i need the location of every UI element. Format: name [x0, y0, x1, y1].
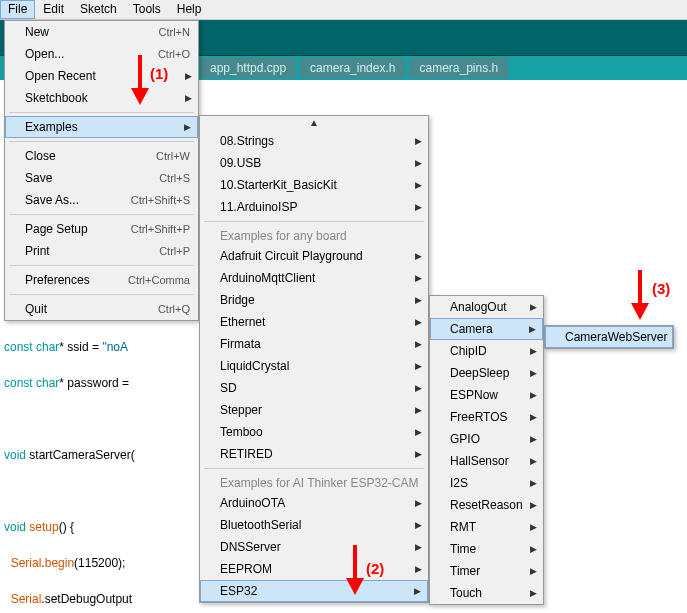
submenu-arrow-icon: ▶ [415, 295, 422, 305]
esp32-item-0[interactable]: AnalogOut▶ [430, 296, 543, 318]
esp32-item-13[interactable]: Touch▶ [430, 582, 543, 604]
file-item-9[interactable]: Save As...Ctrl+Shift+S [5, 189, 198, 211]
examples-g1-item-9[interactable]: RETIRED▶ [200, 443, 428, 465]
examples-top-item-2[interactable]: 10.StarterKit_BasicKit▶ [200, 174, 428, 196]
esp32-item-11[interactable]: Time▶ [430, 538, 543, 560]
menu-separator [204, 221, 424, 222]
menu-shortcut: Ctrl+Shift+S [131, 194, 190, 206]
esp32-item-4[interactable]: ESPNow▶ [430, 384, 543, 406]
examples-header-any: Examples for any board [200, 225, 428, 245]
submenu-arrow-icon: ▶ [415, 339, 422, 349]
menu-help[interactable]: Help [169, 0, 210, 19]
menu-item-label: Save As... [25, 193, 131, 207]
submenu-arrow-icon: ▶ [415, 273, 422, 283]
menu-item-label: Ethernet [220, 315, 420, 329]
menu-shortcut: Ctrl+S [159, 172, 190, 184]
submenu-arrow-icon: ▶ [530, 544, 537, 554]
menu-item-label: Page Setup [25, 222, 131, 236]
menu-item-label: New [25, 25, 159, 39]
submenu-arrow-icon: ▶ [415, 383, 422, 393]
menu-shortcut: Ctrl+W [156, 150, 190, 162]
examples-g1-item-5[interactable]: LiquidCrystal▶ [200, 355, 428, 377]
submenu-arrow-icon: ▶ [415, 498, 422, 508]
esp32-item-9[interactable]: ResetReason▶ [430, 494, 543, 516]
file-item-0[interactable]: NewCtrl+N [5, 21, 198, 43]
file-item-11[interactable]: Page SetupCtrl+Shift+P [5, 218, 198, 240]
examples-g1-item-2[interactable]: Bridge▶ [200, 289, 428, 311]
menu-item-label: RETIRED [220, 447, 420, 461]
examples-g1-item-0[interactable]: Adafruit Circuit Playground▶ [200, 245, 428, 267]
scroll-up-icon[interactable]: ▲ [200, 116, 428, 130]
tab-app-httpd[interactable]: app_httpd.cpp [200, 58, 296, 78]
menu-shortcut: Ctrl+N [159, 26, 190, 38]
tab-camera-index[interactable]: camera_index.h [300, 58, 405, 78]
menu-shortcut: Ctrl+Comma [128, 274, 190, 286]
submenu-arrow-icon: ▶ [415, 405, 422, 415]
examples-g1-item-1[interactable]: ArduinoMqttClient▶ [200, 267, 428, 289]
submenu-arrow-icon: ▶ [530, 500, 537, 510]
submenu-arrow-icon: ▶ [415, 427, 422, 437]
esp32-item-1[interactable]: Camera▶ [430, 318, 543, 340]
file-item-1[interactable]: Open...Ctrl+O [5, 43, 198, 65]
menu-item-label: ArduinoMqttClient [220, 271, 420, 285]
file-item-12[interactable]: PrintCtrl+P [5, 240, 198, 262]
examples-top-item-0[interactable]: 08.Strings▶ [200, 130, 428, 152]
file-item-16[interactable]: QuitCtrl+Q [5, 298, 198, 320]
menu-item-label: 11.ArduinoISP [220, 200, 420, 214]
esp32-item-2[interactable]: ChipID▶ [430, 340, 543, 362]
menu-item-label: Firmata [220, 337, 420, 351]
examples-g1-item-6[interactable]: SD▶ [200, 377, 428, 399]
menu-item-label: GPIO [450, 432, 535, 446]
submenu-arrow-icon: ▶ [415, 202, 422, 212]
menu-item-label: DeepSleep [450, 366, 535, 380]
menu-item-label: EEPROM [220, 562, 420, 576]
examples-g2-item-4[interactable]: ESP32▶ [200, 580, 428, 602]
menu-shortcut: Ctrl+O [158, 48, 190, 60]
examples-g1-item-4[interactable]: Firmata▶ [200, 333, 428, 355]
esp32-item-5[interactable]: FreeRTOS▶ [430, 406, 543, 428]
esp32-item-8[interactable]: I2S▶ [430, 472, 543, 494]
examples-g1-item-7[interactable]: Stepper▶ [200, 399, 428, 421]
menu-item-label: SD [220, 381, 420, 395]
menu-item-label: Open... [25, 47, 158, 61]
menu-separator [204, 468, 424, 469]
file-item-2[interactable]: Open Recent▶ [5, 65, 198, 87]
menu-sketch[interactable]: Sketch [72, 0, 125, 19]
submenu-arrow-icon: ▶ [415, 361, 422, 371]
examples-g1-item-3[interactable]: Ethernet▶ [200, 311, 428, 333]
submenu-arrow-icon: ▶ [415, 158, 422, 168]
esp32-item-7[interactable]: HallSensor▶ [430, 450, 543, 472]
file-item-7[interactable]: CloseCtrl+W [5, 145, 198, 167]
examples-top-item-1[interactable]: 09.USB▶ [200, 152, 428, 174]
menu-item-label: LiquidCrystal [220, 359, 420, 373]
menu-item-label: ESP32 [220, 584, 420, 598]
menu-item-label: Examples [25, 120, 190, 134]
examples-g2-item-1[interactable]: BluetoothSerial▶ [200, 514, 428, 536]
file-item-14[interactable]: PreferencesCtrl+Comma [5, 269, 198, 291]
file-item-8[interactable]: SaveCtrl+S [5, 167, 198, 189]
examples-g2-item-3[interactable]: EEPROM▶ [200, 558, 428, 580]
menu-edit[interactable]: Edit [35, 0, 72, 19]
annotation-label-3: (3) [652, 280, 670, 297]
menu-item-label: ESPNow [450, 388, 535, 402]
examples-g2-item-0[interactable]: ArduinoOTA▶ [200, 492, 428, 514]
examples-g1-item-8[interactable]: Temboo▶ [200, 421, 428, 443]
submenu-arrow-icon: ▶ [415, 542, 422, 552]
file-item-5[interactable]: Examples▶ [5, 116, 198, 138]
esp32-item-3[interactable]: DeepSleep▶ [430, 362, 543, 384]
esp32-item-6[interactable]: GPIO▶ [430, 428, 543, 450]
menu-tools[interactable]: Tools [125, 0, 169, 19]
menu-file[interactable]: File [0, 0, 35, 19]
menu-item-label: FreeRTOS [450, 410, 535, 424]
camera-item-0[interactable]: CameraWebServer [545, 326, 673, 348]
file-item-3[interactable]: Sketchbook▶ [5, 87, 198, 109]
examples-g2-item-2[interactable]: DNSServer▶ [200, 536, 428, 558]
esp32-item-12[interactable]: Timer▶ [430, 560, 543, 582]
menu-item-label: Quit [25, 302, 158, 316]
menu-item-label: Camera [450, 322, 535, 336]
menu-item-label: Touch [450, 586, 535, 600]
examples-top-item-3[interactable]: 11.ArduinoISP▶ [200, 196, 428, 218]
menu-item-label: Stepper [220, 403, 420, 417]
tab-camera-pins[interactable]: camera_pins.h [409, 58, 508, 78]
esp32-item-10[interactable]: RMT▶ [430, 516, 543, 538]
